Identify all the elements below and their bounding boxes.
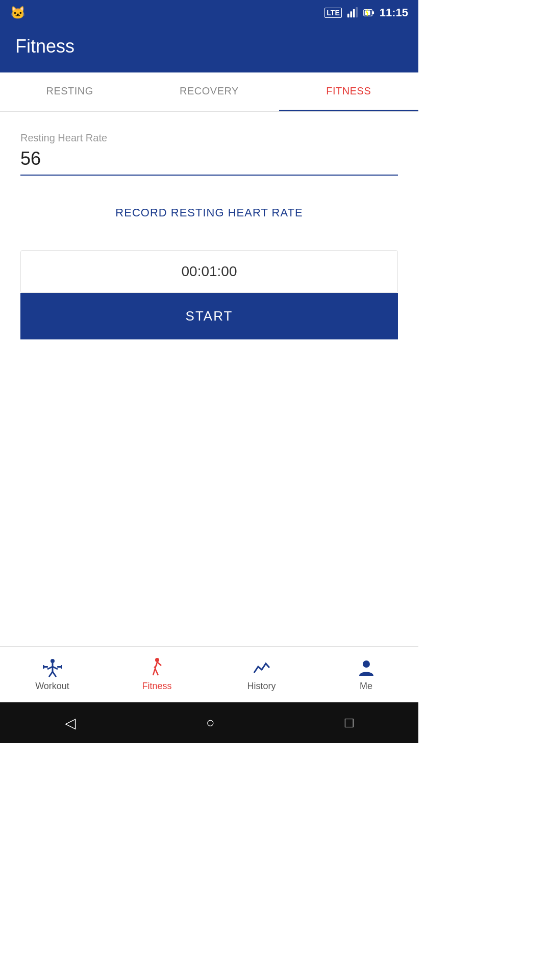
record-resting-heart-rate-button[interactable]: RECORD RESTING HEART RATE	[20, 196, 398, 230]
svg-point-26	[363, 660, 370, 668]
nav-item-workout[interactable]: Workout	[0, 647, 105, 702]
nav-label-me: Me	[360, 681, 372, 692]
svg-rect-16	[44, 666, 48, 668]
workout-icon	[42, 657, 63, 678]
svg-point-20	[155, 658, 159, 662]
nav-item-fitness[interactable]: Fitness	[105, 647, 209, 702]
main-content: Resting Heart Rate 56 RECORD RESTING HEA…	[0, 112, 418, 646]
svg-line-24	[155, 669, 158, 675]
me-icon	[356, 657, 377, 678]
svg-rect-3	[356, 7, 358, 17]
svg-line-22	[157, 662, 161, 666]
status-time: 11:15	[380, 6, 408, 19]
svg-rect-6	[372, 11, 374, 14]
svg-line-14	[49, 672, 53, 677]
back-button[interactable]: ◁	[65, 715, 76, 731]
home-button[interactable]: ○	[206, 715, 215, 731]
svg-line-23	[153, 669, 155, 675]
tab-bar: RESTING RECOVERY FITNESS	[0, 72, 418, 112]
status-bar: 🐱 LTE 11:15	[0, 0, 418, 26]
start-button[interactable]: START	[20, 293, 398, 339]
svg-rect-18	[57, 666, 61, 668]
resting-heart-rate-label: Resting Heart Rate	[20, 132, 398, 144]
svg-line-15	[53, 672, 56, 677]
resting-heart-rate-value[interactable]: 56	[20, 148, 398, 176]
fitness-icon	[147, 657, 167, 678]
nav-label-history: History	[247, 681, 276, 692]
app-title: Fitness	[15, 36, 403, 57]
svg-rect-17	[43, 665, 44, 669]
history-icon	[252, 657, 272, 678]
app-logo: 🐱	[10, 6, 26, 20]
system-nav: ◁ ○ □	[0, 702, 418, 743]
nav-item-me[interactable]: Me	[314, 647, 418, 702]
bottom-nav: Workout Fitness History Me	[0, 646, 418, 702]
svg-point-10	[51, 659, 55, 663]
battery-icon	[363, 7, 374, 18]
lte-indicator: LTE	[324, 8, 341, 18]
nav-label-workout: Workout	[35, 681, 69, 692]
svg-rect-19	[61, 665, 62, 669]
svg-rect-2	[353, 9, 355, 17]
signal-icon	[347, 7, 358, 18]
recent-button[interactable]: □	[345, 715, 354, 731]
tab-fitness[interactable]: FITNESS	[279, 72, 418, 111]
nav-label-fitness: Fitness	[142, 681, 171, 692]
nav-item-history[interactable]: History	[209, 647, 314, 702]
timer-display: 00:01:00	[20, 250, 398, 293]
svg-rect-1	[350, 11, 352, 17]
tab-resting[interactable]: RESTING	[0, 72, 139, 111]
resting-heart-rate-group: Resting Heart Rate 56	[20, 132, 398, 176]
svg-rect-0	[347, 14, 349, 17]
app-header: Fitness	[0, 26, 418, 72]
tab-recovery[interactable]: RECOVERY	[139, 72, 279, 111]
